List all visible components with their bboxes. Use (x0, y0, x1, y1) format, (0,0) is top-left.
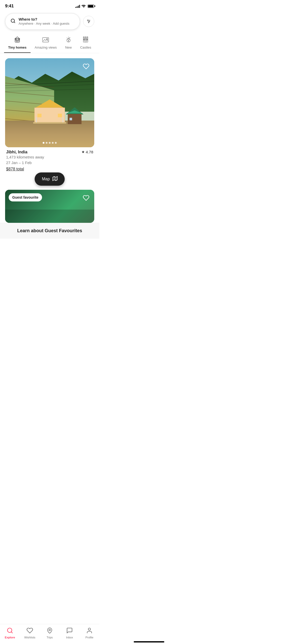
tab-new[interactable]: New (61, 33, 76, 53)
listing-dates: 27 Jan – 1 Feb (6, 160, 93, 166)
map-button-container: Map (0, 172, 99, 186)
svg-rect-19 (84, 39, 85, 40)
svg-rect-20 (87, 39, 88, 40)
guest-fav-banner[interactable]: Learn about Guest Favourites (0, 223, 99, 239)
search-main-text: Where to? (19, 17, 69, 22)
building-icon (14, 36, 21, 44)
search-icon (10, 18, 16, 25)
svg-rect-8 (17, 40, 18, 42)
search-container: Where to? Anywhere · Any week · Add gues… (0, 11, 99, 33)
svg-rect-10 (18, 39, 19, 40)
tab-tiny-homes-label: Tiny homes (8, 46, 26, 49)
svg-rect-16 (85, 38, 86, 39)
map-button[interactable]: Map (35, 172, 64, 186)
price-value: $878 total (6, 167, 24, 171)
category-tabs: Tiny homes Amazing views New (0, 33, 99, 53)
svg-rect-18 (85, 40, 86, 42)
second-listing-preview[interactable]: Guest favourite (5, 190, 94, 223)
guest-favourite-badge: Guest favourite (9, 193, 42, 201)
filter-button[interactable] (83, 16, 94, 27)
status-time: 9:41 (5, 4, 14, 9)
svg-point-6 (88, 22, 89, 23)
map-icon (52, 176, 58, 182)
status-bar: 9:41 (0, 0, 99, 11)
sparkle-icon (65, 36, 72, 44)
search-bar[interactable]: Where to? Anywhere · Any week · Add gues… (5, 13, 80, 30)
listing-distance: 1,473 kilometres away (6, 154, 93, 160)
svg-marker-24 (52, 177, 57, 181)
tab-amazing-views-label: Amazing views (35, 46, 57, 49)
svg-rect-9 (16, 39, 17, 40)
listing-location: Jibhi, India (6, 150, 28, 154)
wifi-icon (82, 4, 86, 8)
listings-container: Jibhi, India ★ 4.78 1,473 kilometres awa… (0, 53, 99, 171)
signal-icon (75, 4, 80, 8)
battery-icon (88, 5, 94, 8)
second-favourite-button[interactable] (82, 193, 91, 202)
status-icons (75, 4, 94, 8)
listing-card[interactable]: Jibhi, India ★ 4.78 1,473 kilometres awa… (5, 58, 94, 171)
tab-castles[interactable]: Castles (76, 33, 95, 53)
svg-point-4 (88, 20, 88, 21)
guest-fav-title: Learn about Guest Favourites (17, 228, 82, 233)
listing-price: $878 total (6, 167, 93, 171)
listing-info: Jibhi, India ★ 4.78 1,473 kilometres awa… (5, 147, 94, 171)
tab-amazing-views[interactable]: Amazing views (31, 33, 61, 53)
star-icon: ★ (82, 150, 85, 154)
svg-rect-17 (87, 38, 88, 39)
listing-image (5, 58, 94, 147)
listing-rating: ★ 4.78 (82, 150, 93, 154)
svg-rect-11 (43, 38, 49, 42)
search-sub-text: Anywhere · Any week · Add guests (19, 22, 69, 26)
tab-tiny-homes[interactable]: Tiny homes (4, 33, 31, 53)
svg-rect-15 (84, 38, 85, 39)
map-button-label: Map (42, 177, 50, 181)
rating-value: 4.78 (86, 150, 93, 154)
tab-new-label: New (65, 46, 72, 49)
castle-icon (82, 36, 89, 44)
mountain-icon (42, 36, 49, 44)
favourite-button[interactable] (82, 62, 91, 71)
svg-point-5 (89, 21, 90, 22)
tab-castles-label: Castles (80, 46, 91, 49)
image-dots (43, 142, 57, 144)
